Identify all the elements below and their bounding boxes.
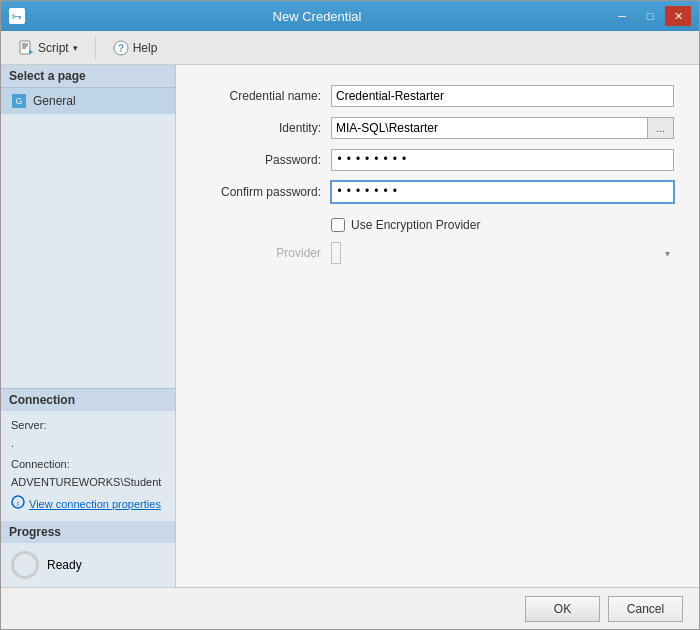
confirm-password-row: Confirm password:	[201, 181, 674, 203]
toolbar-separator	[95, 37, 96, 59]
svg-text:G: G	[15, 96, 22, 106]
progress-section: Progress Ready	[1, 521, 175, 587]
connection-content: Server: . Connection: ADVENTUREWORKS\Stu…	[1, 411, 175, 521]
connection-header: Connection	[1, 389, 175, 411]
use-encryption-label[interactable]: Use Encryption Provider	[351, 218, 480, 232]
connection-link-icon: i	[11, 495, 25, 515]
maximize-button[interactable]: □	[637, 6, 663, 26]
progress-status: Ready	[47, 558, 82, 572]
credential-name-row: Credential name:	[201, 85, 674, 107]
ok-button[interactable]: OK	[525, 596, 600, 622]
credential-name-label: Credential name:	[201, 89, 331, 103]
window-title: New Credential	[25, 9, 609, 24]
view-connection-label: View connection properties	[29, 496, 161, 514]
cancel-button[interactable]: Cancel	[608, 596, 683, 622]
close-button[interactable]: ✕	[665, 6, 691, 26]
sidebar-connection-section: Connection Server: . Connection: ADVENTU…	[1, 388, 175, 521]
help-button[interactable]: ? Help	[104, 35, 167, 61]
help-label: Help	[133, 41, 158, 55]
identity-row: Identity: ...	[201, 117, 674, 139]
password-label: Password:	[201, 153, 331, 167]
use-encryption-checkbox[interactable]	[331, 218, 345, 232]
progress-content: Ready	[1, 543, 175, 587]
provider-select[interactable]	[331, 242, 341, 264]
window-controls: ─ □ ✕	[609, 6, 691, 26]
identity-label: Identity:	[201, 121, 331, 135]
help-icon: ?	[113, 40, 129, 56]
server-label: Server:	[11, 417, 165, 435]
credential-name-input[interactable]	[331, 85, 674, 107]
password-row: Password:	[201, 149, 674, 171]
encryption-row: Use Encryption Provider	[331, 218, 674, 232]
confirm-password-input[interactable]	[331, 181, 674, 203]
general-icon: G	[11, 93, 27, 109]
footer-bar: OK Cancel	[1, 587, 699, 629]
connection-label: Connection:	[11, 456, 165, 474]
script-icon	[18, 40, 34, 56]
title-bar: 🗝 New Credential ─ □ ✕	[1, 1, 699, 31]
window-icon: 🗝	[9, 8, 25, 24]
progress-header: Progress	[1, 521, 175, 543]
password-input[interactable]	[331, 149, 674, 171]
browse-button[interactable]: ...	[648, 117, 674, 139]
view-connection-properties-link[interactable]: i View connection properties	[11, 495, 165, 515]
script-dropdown-icon: ▾	[73, 43, 78, 53]
toolbar: Script ▾ ? Help	[1, 31, 699, 65]
server-value: .	[11, 435, 165, 453]
provider-row: Provider	[201, 242, 674, 264]
sidebar-item-general[interactable]: G General	[1, 88, 175, 114]
identity-input[interactable]	[331, 117, 648, 139]
identity-input-group: ...	[331, 117, 674, 139]
script-label: Script	[38, 41, 69, 55]
provider-label: Provider	[201, 246, 331, 260]
select-page-header: Select a page	[1, 65, 175, 88]
confirm-password-label: Confirm password:	[201, 185, 331, 199]
provider-select-wrapper	[331, 242, 674, 264]
general-label: General	[33, 94, 76, 108]
main-window: 🗝 New Credential ─ □ ✕ Script ▾	[0, 0, 700, 630]
svg-text:?: ?	[118, 43, 124, 54]
script-button[interactable]: Script ▾	[9, 35, 87, 61]
content-area: Select a page G General Connection Serve…	[1, 65, 699, 587]
progress-spinner	[11, 551, 39, 579]
svg-text:i: i	[17, 499, 19, 508]
svg-marker-4	[29, 49, 33, 55]
connection-value: ADVENTUREWORKS\Student	[11, 474, 165, 492]
sidebar: Select a page G General Connection Serve…	[1, 65, 176, 587]
main-panel: Credential name: Identity: ... Password:…	[176, 65, 699, 587]
minimize-button[interactable]: ─	[609, 6, 635, 26]
sidebar-spacer	[1, 114, 175, 388]
